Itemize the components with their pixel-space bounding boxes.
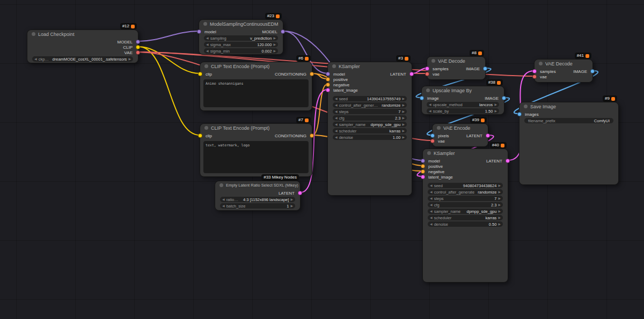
node-model-sampling-edm[interactable]: #23 ModelSamplingContinuousEDM modelMODE… — [199, 19, 283, 55]
node-vae-encode[interactable]: #39 VAE Encode pixelsLATENT vae — [432, 123, 488, 147]
images-input-pin[interactable] — [517, 112, 522, 116]
vae-input-pin[interactable] — [425, 72, 429, 76]
increment-icon[interactable]: ▶ — [273, 42, 276, 47]
image-input-pin[interactable] — [420, 96, 424, 100]
image-output-pin[interactable] — [483, 66, 487, 71]
model-output-pin[interactable] — [281, 29, 285, 34]
collapse-icon[interactable] — [524, 105, 528, 108]
node-ksampler-first[interactable]: #3 KSampler modelLATENT positive negativ… — [327, 62, 412, 196]
control-after-generate-widget[interactable]: ◀control_after_generaterandomize▶ — [333, 102, 407, 108]
prompt-textarea[interactable]: Anime shenannigans — [203, 79, 309, 107]
clip-output-pin[interactable] — [136, 45, 140, 49]
increment-icon[interactable]: ▶ — [273, 48, 276, 54]
node-title-bar[interactable]: Load Checkpoint — [27, 30, 138, 38]
samples-input-pin[interactable] — [532, 69, 537, 73]
node-title-bar[interactable]: Save Image — [519, 102, 618, 110]
image-output-pin[interactable] — [502, 96, 506, 100]
next-value-icon[interactable]: ▶ — [290, 197, 293, 202]
sigma-max-widget[interactable]: ◀sigma_max120.000▶ — [204, 42, 278, 47]
latent-output-pin[interactable] — [409, 72, 414, 76]
next-value-icon[interactable]: ▶ — [273, 35, 276, 41]
next-value-icon[interactable]: ▶ — [498, 209, 501, 214]
clip-input-pin[interactable] — [198, 133, 202, 138]
collapse-icon[interactable] — [219, 183, 223, 187]
upscale-method-widget[interactable]: ◀upscale_methodlanczos▶ — [427, 102, 499, 107]
increment-icon[interactable]: ▶ — [498, 183, 501, 188]
negative-input-pin[interactable] — [421, 169, 425, 174]
node-empty-latent-ratio[interactable]: #33 Mikey Nodes Empty Latent Ratio Selec… — [215, 181, 301, 211]
vae-input-pin[interactable] — [430, 139, 435, 143]
node-title-bar[interactable]: VAE Decode — [427, 57, 485, 65]
steps-widget[interactable]: ◀steps7▶ — [333, 109, 407, 114]
collapse-icon[interactable] — [203, 22, 207, 26]
next-value-icon[interactable]: ▶ — [498, 189, 501, 195]
node-title-bar[interactable]: KSampler — [423, 149, 508, 157]
node-ksampler-second[interactable]: #40 KSampler modelLATENT positive negati… — [422, 149, 508, 283]
steps-widget[interactable]: ◀steps7▶ — [428, 196, 503, 201]
control-after-generate-widget[interactable]: ◀control_after_generaterandomize▶ — [428, 189, 503, 195]
sampler-name-widget[interactable]: ◀sampler_namedpmpp_sde_gpu▶ — [333, 122, 407, 127]
next-value-icon[interactable]: ▶ — [498, 215, 501, 220]
scale-by-widget[interactable]: ◀scale_by1.50▶ — [427, 108, 499, 114]
increment-icon[interactable]: ▶ — [402, 96, 405, 101]
model-input-pin[interactable] — [421, 159, 425, 163]
cfg-widget[interactable]: ◀cfg2.3▶ — [428, 202, 503, 207]
latent-output-pin[interactable] — [486, 133, 490, 138]
sampling-widget[interactable]: ◀samplingv_prediction▶ — [204, 35, 278, 41]
next-value-icon[interactable]: ▶ — [494, 102, 497, 107]
node-title-bar[interactable]: ModelSamplingContinuousEDM — [199, 20, 283, 28]
scheduler-widget[interactable]: ◀schedulerkarras▶ — [333, 128, 407, 133]
node-title-bar[interactable]: Empty Latent Ratio Select SDXL (Mikey) — [215, 181, 300, 189]
increment-icon[interactable]: ▶ — [498, 202, 501, 207]
prompt-textarea[interactable]: text, watermark, logo — [203, 141, 309, 173]
latent-output-pin[interactable] — [506, 159, 510, 163]
latent-image-input-pin[interactable] — [326, 88, 330, 92]
batch-size-widget[interactable]: ◀batch_size1▶ — [220, 203, 295, 209]
node-title-bar[interactable]: KSampler — [328, 62, 412, 70]
increment-icon[interactable]: ▶ — [290, 203, 293, 209]
ckpt-name-widget[interactable]: ◀ckpt_namedreamMODE_cosXL_00001_.safeten… — [32, 56, 133, 62]
collapse-icon[interactable] — [204, 64, 208, 68]
collapse-icon[interactable] — [427, 151, 431, 155]
conditioning-output-pin[interactable] — [310, 133, 314, 138]
vae-output-pin[interactable] — [136, 50, 140, 55]
conditioning-output-pin[interactable] — [310, 72, 314, 76]
sigma-min-widget[interactable]: ◀sigma_min0.002▶ — [204, 48, 278, 54]
next-value-icon[interactable]: ▶ — [128, 56, 131, 62]
next-value-icon[interactable]: ▶ — [402, 122, 405, 127]
samples-input-pin[interactable] — [425, 66, 429, 71]
filename-prefix-widget[interactable]: filename_prefixComfyUI — [524, 118, 613, 123]
node-title-bar[interactable]: CLIP Text Encode (Prompt) — [200, 124, 312, 132]
ratio-selected-widget[interactable]: ◀ratio_selected4:3 [1152x896 landscape]▶ — [220, 197, 295, 202]
increment-icon[interactable]: ▶ — [498, 221, 501, 227]
node-title-bar[interactable]: VAE Encode — [433, 124, 488, 132]
collapse-icon[interactable] — [204, 126, 208, 130]
increment-icon[interactable]: ▶ — [402, 109, 405, 114]
node-vae-decode-first[interactable]: #8 VAE Decode samplesIMAGE vae — [427, 56, 486, 80]
collapse-icon[interactable] — [539, 62, 543, 65]
collapse-icon[interactable] — [32, 32, 35, 36]
denoise-widget[interactable]: ◀denoise0.50▶ — [428, 221, 503, 227]
increment-icon[interactable]: ▶ — [494, 108, 497, 114]
latent-output-pin[interactable] — [298, 191, 302, 195]
model-input-pin[interactable] — [326, 72, 330, 76]
node-clip-text-encode-positive[interactable]: #6 CLIP Text Encode (Prompt) clipCONDITI… — [200, 62, 312, 111]
latent-image-input-pin[interactable] — [421, 175, 425, 179]
collapse-icon[interactable] — [332, 64, 336, 68]
sampler-name-widget[interactable]: ◀sampler_namedpmpp_sde_gpu▶ — [428, 209, 503, 214]
collapse-icon[interactable] — [426, 88, 430, 92]
increment-icon[interactable]: ▶ — [498, 196, 501, 201]
positive-input-pin[interactable] — [421, 164, 425, 168]
clip-input-pin[interactable] — [198, 72, 202, 76]
node-title-bar[interactable]: VAE Decode — [535, 60, 592, 68]
node-load-checkpoint[interactable]: #12 Load Checkpoint MODEL CLIP VAE ◀ckpt… — [27, 29, 138, 63]
next-value-icon[interactable]: ▶ — [402, 102, 405, 108]
vae-input-pin[interactable] — [532, 75, 537, 79]
pixels-input-pin[interactable] — [430, 133, 435, 138]
node-title-bar[interactable]: CLIP Text Encode (Prompt) — [200, 62, 312, 70]
next-value-icon[interactable]: ▶ — [402, 128, 405, 133]
collapse-icon[interactable] — [431, 59, 435, 63]
node-vae-decode-second[interactable]: #41 VAE Decode samplesIMAGE vae — [534, 59, 593, 83]
negative-input-pin[interactable] — [326, 83, 330, 87]
image-output-pin[interactable] — [590, 69, 595, 73]
